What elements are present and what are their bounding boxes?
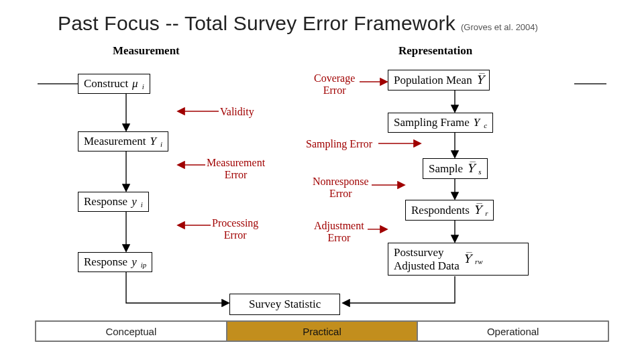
err-validity: Validity [220,106,254,118]
err-meas: Measurement Error [207,157,265,180]
box-sample-sym: Y̅ [467,162,474,176]
tab-practical[interactable]: Practical [226,322,417,341]
box-response-sym: y [131,195,137,208]
box-response: Response yi [78,192,149,212]
box-construct-sym: μ [132,77,138,90]
box-measurement-sym: Y [150,135,156,148]
box-pop-mean: Population Mean Y̅ [388,70,490,90]
title-citation: (Groves et al. 2004) [461,22,538,32]
err-proc: Processing Error [212,217,258,241]
box-postadj-label: Postsurvey Adjusted Data [394,246,460,272]
box-construct-sub: i [142,82,144,90]
page-title: Past Focus -- Total Survey Error Framewo… [58,12,455,35]
box-construct: Construct μi [78,74,150,94]
box-frame-sym: Y [474,116,480,129]
box-sample-label: Sample [429,162,463,176]
box-respondents-sym: Y̅ [474,203,481,217]
box-postadj-sub: rw [475,257,483,266]
box-response-proc-sym: y [131,255,137,269]
box-response-proc-sub: ip [141,261,147,269]
box-response-label: Response [84,195,127,208]
box-postadj: Postsurvey Adjusted Data Y̅rw [388,243,529,276]
box-response-sub: i [141,200,143,208]
err-nonresp: Nonresponse Error [313,176,369,199]
box-sample-sub: s [478,168,481,176]
box-measurement-label: Measurement [84,135,146,148]
box-measurement: Measurement Yi [78,131,168,152]
box-sample: Sample Y̅s [423,158,488,179]
err-sampling: Sampling Error [306,138,372,150]
box-frame-sub: c [484,121,487,129]
box-survey-statistic: Survey Statistic [229,294,340,315]
tab-conceptual[interactable]: Conceptual [36,322,226,341]
box-pop-mean-sym: Y̅ [476,73,484,87]
err-coverage: Coverage Error [314,72,355,96]
box-response-proc: Response yip [78,252,152,272]
box-respondents-sub: r [485,209,488,217]
box-frame-label: Sampling Frame [394,116,470,129]
box-pop-mean-label: Population Mean [394,74,472,87]
err-adj: Adjustment Error [314,220,364,243]
box-frame: Sampling Frame Yc [388,113,493,133]
box-respondents: Respondents Y̅r [405,200,494,221]
tse-diagram: Measurement Representation Construct μi … [78,44,574,318]
col-header-representation: Representation [398,44,472,58]
box-measurement-sub: i [160,140,162,148]
col-header-measurement: Measurement [113,44,180,58]
bottom-tabs: Conceptual Practical Operational [35,320,609,342]
tab-operational[interactable]: Operational [417,322,608,341]
box-construct-label: Construct [84,77,128,90]
box-respondents-label: Respondents [411,204,470,217]
box-postadj-sym: Y̅ [464,253,471,266]
box-response-proc-label: Response [84,255,127,269]
